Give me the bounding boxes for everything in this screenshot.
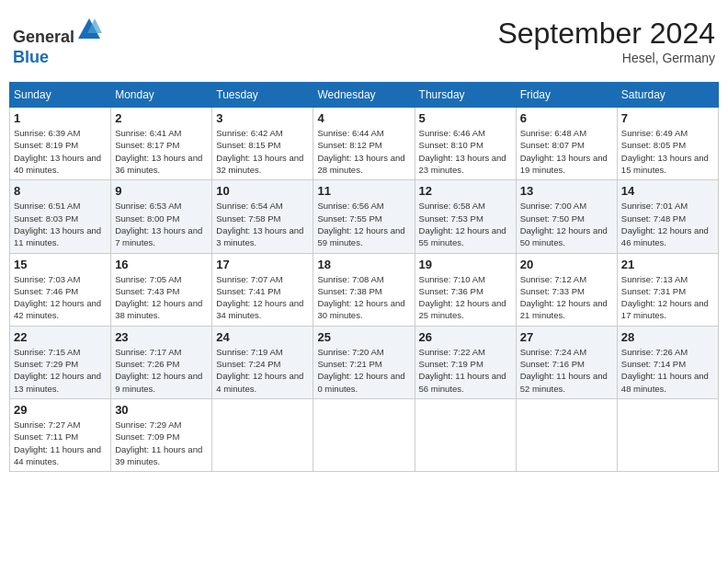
day-info: Sunrise: 6:49 AM Sunset: 8:05 PM Dayligh… [621, 127, 714, 176]
sunrise-text: Sunrise: 6:48 AM [520, 128, 586, 138]
sunset-text: Sunset: 8:10 PM [419, 140, 483, 150]
calendar-day-5: 5 Sunrise: 6:46 AM Sunset: 8:10 PM Dayli… [415, 108, 516, 180]
sunset-text: Sunset: 7:21 PM [317, 359, 381, 369]
weekday-header-thursday: Thursday [415, 83, 516, 108]
sunset-text: Sunset: 8:15 PM [216, 140, 280, 150]
day-info: Sunrise: 7:17 AM Sunset: 7:26 PM Dayligh… [115, 346, 208, 395]
calendar-day-23: 23 Sunrise: 7:17 AM Sunset: 7:26 PM Dayl… [111, 326, 212, 398]
calendar-day-9: 9 Sunrise: 6:53 AM Sunset: 8:00 PM Dayli… [111, 180, 212, 253]
day-info: Sunrise: 6:56 AM Sunset: 7:55 PM Dayligh… [317, 200, 410, 248]
weekday-header-sunday: Sunday [10, 83, 111, 108]
sunrise-text: Sunrise: 7:26 AM [621, 347, 688, 357]
day-info: Sunrise: 6:42 AM Sunset: 8:15 PM Dayligh… [216, 127, 309, 176]
day-number: 2 [115, 111, 208, 125]
day-info: Sunrise: 7:22 AM Sunset: 7:19 PM Dayligh… [419, 346, 512, 395]
daylight-text: Daylight: 12 hours and 4 minutes. [216, 371, 303, 393]
title-block: September 2024 Hesel, Germany [497, 17, 715, 65]
day-info: Sunrise: 7:08 AM Sunset: 7:38 PM Dayligh… [317, 273, 410, 322]
calendar-day-16: 16 Sunrise: 7:05 AM Sunset: 7:43 PM Dayl… [111, 253, 212, 326]
sunrise-text: Sunrise: 7:19 AM [216, 347, 282, 357]
daylight-text: Daylight: 12 hours and 38 minutes. [115, 298, 202, 320]
sunrise-text: Sunrise: 6:49 AM [621, 128, 688, 138]
logo-icon [76, 17, 102, 42]
day-info: Sunrise: 7:15 AM Sunset: 7:29 PM Dayligh… [14, 346, 107, 395]
sunset-text: Sunset: 8:05 PM [621, 140, 686, 150]
daylight-text: Daylight: 12 hours and 34 minutes. [216, 298, 303, 320]
sunrise-text: Sunrise: 7:29 AM [115, 419, 181, 430]
sunset-text: Sunset: 7:53 PM [419, 213, 483, 224]
calendar-table: SundayMondayTuesdayWednesdayThursdayFrid… [9, 82, 719, 472]
day-number: 6 [520, 111, 613, 125]
sunset-text: Sunset: 7:31 PM [621, 286, 686, 296]
day-number: 20 [520, 258, 613, 271]
day-info: Sunrise: 7:01 AM Sunset: 7:48 PM Dayligh… [621, 200, 714, 248]
day-number: 25 [317, 330, 410, 344]
calendar-day-4: 4 Sunrise: 6:44 AM Sunset: 8:12 PM Dayli… [313, 108, 415, 180]
sunset-text: Sunset: 7:16 PM [520, 359, 585, 369]
sunrise-text: Sunrise: 6:44 AM [317, 128, 383, 138]
sunset-text: Sunset: 7:09 PM [115, 431, 179, 442]
daylight-text: Daylight: 11 hours and 48 minutes. [621, 371, 709, 393]
empty-cell [617, 398, 718, 471]
empty-cell [516, 398, 617, 471]
day-number: 17 [216, 258, 309, 271]
sunset-text: Sunset: 7:50 PM [520, 213, 585, 224]
day-number: 27 [520, 330, 613, 344]
calendar-day-19: 19 Sunrise: 7:10 AM Sunset: 7:36 PM Dayl… [415, 253, 516, 326]
calendar-day-25: 25 Sunrise: 7:20 AM Sunset: 7:21 PM Dayl… [313, 326, 415, 398]
sunset-text: Sunset: 7:46 PM [14, 286, 78, 296]
day-info: Sunrise: 7:10 AM Sunset: 7:36 PM Dayligh… [419, 273, 512, 322]
daylight-text: Daylight: 12 hours and 0 minutes. [317, 371, 404, 393]
weekday-header-monday: Monday [111, 83, 212, 108]
logo-general: General [13, 28, 74, 46]
daylight-text: Daylight: 13 hours and 7 minutes. [115, 225, 202, 247]
weekday-header-tuesday: Tuesday [212, 83, 313, 108]
day-number: 4 [317, 111, 410, 125]
sunrise-text: Sunrise: 6:51 AM [14, 201, 80, 211]
sunset-text: Sunset: 8:17 PM [115, 140, 179, 150]
day-info: Sunrise: 6:51 AM Sunset: 8:03 PM Dayligh… [14, 200, 107, 248]
day-info: Sunrise: 7:12 AM Sunset: 7:33 PM Dayligh… [520, 273, 613, 322]
sunrise-text: Sunrise: 7:12 AM [520, 274, 586, 284]
day-info: Sunrise: 6:53 AM Sunset: 8:00 PM Dayligh… [115, 200, 208, 248]
sunset-text: Sunset: 7:38 PM [317, 286, 381, 296]
daylight-text: Daylight: 13 hours and 32 minutes. [216, 153, 303, 175]
calendar-day-6: 6 Sunrise: 6:48 AM Sunset: 8:07 PM Dayli… [516, 108, 617, 180]
day-number: 7 [621, 111, 714, 125]
daylight-text: Daylight: 12 hours and 50 minutes. [520, 225, 608, 247]
sunrise-text: Sunrise: 7:24 AM [520, 347, 586, 357]
daylight-text: Daylight: 12 hours and 59 minutes. [317, 225, 404, 247]
sunrise-text: Sunrise: 7:07 AM [216, 274, 282, 284]
calendar-header-row: SundayMondayTuesdayWednesdayThursdayFrid… [10, 83, 719, 108]
sunrise-text: Sunrise: 7:05 AM [115, 274, 181, 284]
daylight-text: Daylight: 11 hours and 44 minutes. [14, 444, 101, 466]
sunset-text: Sunset: 8:19 PM [14, 140, 78, 150]
day-number: 3 [216, 111, 309, 125]
sunrise-text: Sunrise: 7:00 AM [520, 201, 586, 211]
daylight-text: Daylight: 13 hours and 36 minutes. [115, 153, 202, 175]
daylight-text: Daylight: 13 hours and 40 minutes. [14, 153, 101, 175]
calendar-day-18: 18 Sunrise: 7:08 AM Sunset: 7:38 PM Dayl… [313, 253, 415, 326]
day-info: Sunrise: 6:46 AM Sunset: 8:10 PM Dayligh… [419, 127, 512, 176]
calendar-day-29: 29 Sunrise: 7:27 AM Sunset: 7:11 PM Dayl… [10, 398, 111, 471]
day-number: 18 [317, 258, 410, 271]
day-info: Sunrise: 7:13 AM Sunset: 7:31 PM Dayligh… [621, 273, 714, 322]
day-number: 12 [419, 184, 512, 198]
day-number: 28 [621, 330, 714, 344]
sunset-text: Sunset: 7:55 PM [317, 213, 381, 224]
page-header: General Blue September 2024 Hesel, Germa… [9, 9, 719, 75]
calendar-day-17: 17 Sunrise: 7:07 AM Sunset: 7:41 PM Dayl… [212, 253, 313, 326]
calendar-day-21: 21 Sunrise: 7:13 AM Sunset: 7:31 PM Dayl… [617, 253, 718, 326]
daylight-text: Daylight: 13 hours and 19 minutes. [520, 153, 608, 175]
sunset-text: Sunset: 7:36 PM [419, 286, 483, 296]
calendar-day-28: 28 Sunrise: 7:26 AM Sunset: 7:14 PM Dayl… [617, 326, 718, 398]
sunrise-text: Sunrise: 7:01 AM [621, 201, 688, 211]
sunrise-text: Sunrise: 6:41 AM [115, 128, 181, 138]
day-number: 30 [115, 403, 208, 417]
calendar-day-30: 30 Sunrise: 7:29 AM Sunset: 7:09 PM Dayl… [111, 398, 212, 471]
day-number: 21 [621, 258, 714, 271]
day-info: Sunrise: 7:20 AM Sunset: 7:21 PM Dayligh… [317, 346, 410, 395]
daylight-text: Daylight: 13 hours and 15 minutes. [621, 153, 709, 175]
calendar-day-15: 15 Sunrise: 7:03 AM Sunset: 7:46 PM Dayl… [10, 253, 111, 326]
day-number: 24 [216, 330, 309, 344]
